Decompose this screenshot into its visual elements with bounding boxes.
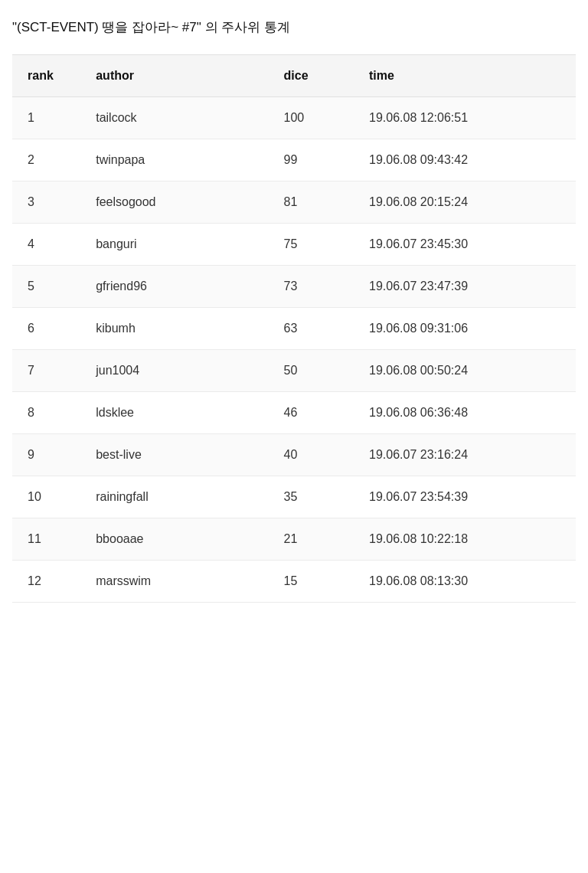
cell-author: banguri: [80, 224, 268, 266]
cell-author: best-live: [80, 434, 268, 476]
header-time: time: [354, 55, 576, 97]
cell-rank: 10: [12, 476, 80, 518]
cell-author: feelsogood: [80, 181, 268, 224]
cell-rank: 11: [12, 518, 80, 561]
cell-dice: 63: [269, 308, 354, 350]
cell-rank: 3: [12, 181, 80, 224]
header-dice: dice: [269, 55, 354, 97]
cell-rank: 2: [12, 139, 80, 181]
table-row: 3feelsogood8119.06.08 20:15:24: [12, 181, 576, 224]
cell-time: 19.06.08 12:06:51: [354, 97, 576, 139]
table-row: 10rainingfall3519.06.07 23:54:39: [12, 476, 576, 518]
cell-rank: 5: [12, 266, 80, 308]
cell-author: rainingfall: [80, 476, 268, 518]
cell-author: marsswim: [80, 561, 268, 603]
cell-dice: 99: [269, 139, 354, 181]
cell-author: tailcock: [80, 97, 268, 139]
header-author: author: [80, 55, 268, 97]
cell-dice: 73: [269, 266, 354, 308]
cell-time: 19.06.08 09:31:06: [354, 308, 576, 350]
cell-rank: 6: [12, 308, 80, 350]
table-header-row: rank author dice time: [12, 55, 576, 97]
cell-time: 19.06.07 23:47:39: [354, 266, 576, 308]
cell-rank: 9: [12, 434, 80, 476]
cell-time: 19.06.08 09:43:42: [354, 139, 576, 181]
table-row: 9best-live4019.06.07 23:16:24: [12, 434, 576, 476]
cell-author: bbooaae: [80, 518, 268, 561]
table-row: 1tailcock10019.06.08 12:06:51: [12, 97, 576, 139]
cell-time: 19.06.08 00:50:24: [354, 350, 576, 392]
table-row: 5gfriend967319.06.07 23:47:39: [12, 266, 576, 308]
cell-dice: 35: [269, 476, 354, 518]
cell-dice: 21: [269, 518, 354, 561]
table-row: 12marsswim1519.06.08 08:13:30: [12, 561, 576, 603]
table-row: 2twinpapa9919.06.08 09:43:42: [12, 139, 576, 181]
table-row: 7jun10045019.06.08 00:50:24: [12, 350, 576, 392]
cell-time: 19.06.08 08:13:30: [354, 561, 576, 603]
cell-rank: 1: [12, 97, 80, 139]
cell-rank: 8: [12, 392, 80, 434]
cell-rank: 4: [12, 224, 80, 266]
cell-time: 19.06.07 23:54:39: [354, 476, 576, 518]
cell-rank: 7: [12, 350, 80, 392]
table-row: 8ldsklee4619.06.08 06:36:48: [12, 392, 576, 434]
cell-author: jun1004: [80, 350, 268, 392]
cell-dice: 40: [269, 434, 354, 476]
cell-dice: 75: [269, 224, 354, 266]
cell-author: twinpapa: [80, 139, 268, 181]
cell-time: 19.06.08 20:15:24: [354, 181, 576, 224]
cell-time: 19.06.08 06:36:48: [354, 392, 576, 434]
table-row: 6kibumh6319.06.08 09:31:06: [12, 308, 576, 350]
header-rank: rank: [12, 55, 80, 97]
leaderboard-table: rank author dice time 1tailcock10019.06.…: [12, 54, 576, 603]
cell-author: gfriend96: [80, 266, 268, 308]
cell-rank: 12: [12, 561, 80, 603]
cell-dice: 100: [269, 97, 354, 139]
cell-dice: 81: [269, 181, 354, 224]
cell-dice: 46: [269, 392, 354, 434]
table-row: 4banguri7519.06.07 23:45:30: [12, 224, 576, 266]
page-title: "(SCT-EVENT) 땡을 잡아라~ #7" 의 주사위 통계: [12, 15, 576, 39]
table-row: 11bbooaae2119.06.08 10:22:18: [12, 518, 576, 561]
cell-time: 19.06.07 23:16:24: [354, 434, 576, 476]
cell-time: 19.06.08 10:22:18: [354, 518, 576, 561]
cell-author: ldsklee: [80, 392, 268, 434]
cell-dice: 50: [269, 350, 354, 392]
cell-author: kibumh: [80, 308, 268, 350]
cell-dice: 15: [269, 561, 354, 603]
cell-time: 19.06.07 23:45:30: [354, 224, 576, 266]
